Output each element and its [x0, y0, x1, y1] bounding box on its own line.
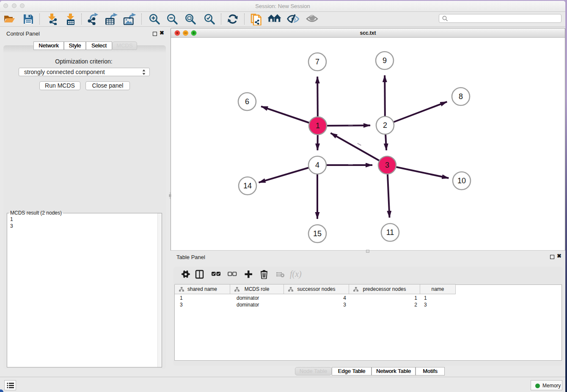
svg-text:11: 11 [386, 228, 394, 237]
svg-text:8: 8 [459, 92, 463, 101]
svg-text:2: 2 [383, 121, 387, 130]
svg-text:9: 9 [383, 56, 387, 65]
svg-text:15: 15 [313, 229, 322, 238]
svg-text:14: 14 [243, 182, 252, 190]
svg-text:4: 4 [315, 161, 319, 169]
svg-text:1: 1 [316, 121, 320, 130]
svg-text:10: 10 [457, 177, 466, 185]
svg-text:f(x): f(x) [290, 270, 302, 279]
svg-text:7: 7 [315, 58, 319, 66]
svg-text:3: 3 [385, 161, 389, 169]
svg-text:6: 6 [245, 97, 249, 106]
